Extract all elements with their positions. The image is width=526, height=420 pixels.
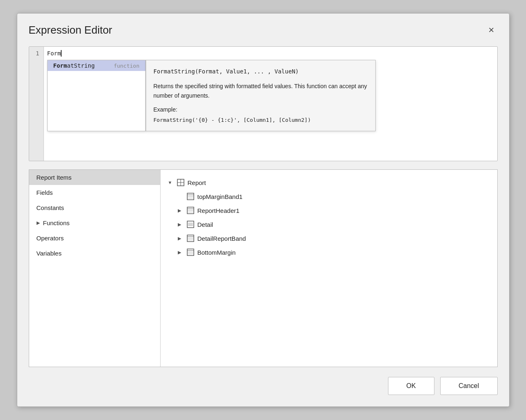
sidebar-item-label: Operators bbox=[37, 235, 64, 242]
detail-icon bbox=[187, 221, 194, 228]
ok-button[interactable]: OK bbox=[388, 377, 434, 395]
autocomplete-list[interactable]: FormatString function bbox=[47, 60, 146, 131]
band-icon bbox=[187, 207, 194, 214]
editor-area[interactable]: 1 Form FormatString function FormatStrin… bbox=[29, 46, 498, 161]
sidebar-item-fields[interactable]: Fields bbox=[29, 185, 160, 200]
arrow-icon: ▶ bbox=[37, 220, 40, 226]
bottom-panel: Report Items Fields Constants ▶ Function… bbox=[29, 169, 498, 367]
autocomplete-item[interactable]: FormatString function bbox=[48, 60, 145, 71]
line-numbers: 1 bbox=[29, 47, 44, 161]
tree-arrow-icon: ▶ bbox=[178, 236, 184, 241]
tree-arrow-icon: ▶ bbox=[178, 208, 184, 213]
sidebar-item-label: Functions bbox=[43, 219, 70, 226]
tree-item-label: BottomMargin bbox=[198, 249, 236, 256]
right-panel: ▼ Report bbox=[161, 170, 497, 367]
sidebar-item-label: Report Items bbox=[37, 174, 72, 181]
report-icon bbox=[177, 179, 184, 186]
close-button[interactable]: × bbox=[485, 23, 497, 37]
autocomplete-container: FormatString function FormatString(Forma… bbox=[47, 60, 376, 131]
tree-item-label: topMarginBand1 bbox=[198, 193, 243, 200]
band-icon bbox=[187, 249, 194, 256]
sidebar-item-label: Constants bbox=[37, 204, 64, 211]
tooltip-description: Returns the specified string with format… bbox=[154, 82, 368, 100]
tree-item-label: Report bbox=[188, 179, 206, 186]
tooltip-signature: FormatString(Format, Value1, ... , Value… bbox=[154, 67, 368, 76]
sidebar-item-variables[interactable]: Variables bbox=[29, 246, 160, 261]
tree-item-reportheader1[interactable]: ▶ ReportHeader1 bbox=[168, 203, 490, 217]
tree-item-label: Detail bbox=[198, 221, 213, 228]
band-icon bbox=[187, 193, 194, 200]
tree-item-report[interactable]: ▼ Report bbox=[168, 176, 490, 189]
expression-editor-dialog: Expression Editor × 1 Form FormatString … bbox=[17, 13, 510, 407]
sidebar-item-label: Fields bbox=[37, 189, 53, 196]
tree-arrow-icon: ▼ bbox=[168, 180, 174, 185]
sidebar-item-report-items[interactable]: Report Items bbox=[29, 170, 160, 185]
autocomplete-rest-part: atString bbox=[67, 62, 94, 69]
left-panel: Report Items Fields Constants ▶ Function… bbox=[29, 170, 161, 367]
tree-item-detailreportband[interactable]: ▶ DetailReportBand bbox=[168, 231, 490, 245]
tree-item-label: DetailReportBand bbox=[198, 235, 246, 242]
autocomplete-item-label: FormatString bbox=[53, 62, 95, 69]
tooltip-example-label: Example: bbox=[154, 105, 368, 114]
tree-item-bottommargin[interactable]: ▶ BottomMargin bbox=[168, 245, 490, 259]
sidebar-item-functions[interactable]: ▶ Functions bbox=[29, 215, 160, 231]
tree-item-topmarginband1[interactable]: topMarginBand1 bbox=[168, 189, 490, 203]
band-icon bbox=[187, 235, 194, 242]
editor-input-line: Form bbox=[47, 50, 494, 57]
sidebar-item-operators[interactable]: Operators bbox=[29, 231, 160, 246]
editor-content[interactable]: Form FormatString function FormatString(… bbox=[44, 47, 497, 161]
tree-item-label: ReportHeader1 bbox=[198, 207, 240, 214]
sidebar-item-constants[interactable]: Constants bbox=[29, 200, 160, 215]
editor-text: Form bbox=[47, 50, 61, 57]
tree-item-detail[interactable]: ▶ Detail bbox=[168, 217, 490, 231]
dialog-header: Expression Editor × bbox=[29, 23, 498, 37]
autocomplete-bold-part: Form bbox=[53, 62, 67, 69]
cancel-button[interactable]: Cancel bbox=[440, 377, 498, 395]
cursor bbox=[61, 50, 62, 57]
tree-arrow-icon: ▶ bbox=[178, 222, 184, 227]
autocomplete-tooltip: FormatString(Format, Value1, ... , Value… bbox=[146, 60, 376, 131]
sidebar-item-label: Variables bbox=[37, 250, 62, 257]
tooltip-example-code: FormatString('{0} - {1:c}', [Column1], [… bbox=[154, 116, 368, 125]
dialog-title: Expression Editor bbox=[29, 24, 113, 37]
tree-arrow-icon: ▶ bbox=[178, 250, 184, 255]
footer: OK Cancel bbox=[29, 377, 498, 395]
autocomplete-item-type: function bbox=[114, 63, 140, 69]
